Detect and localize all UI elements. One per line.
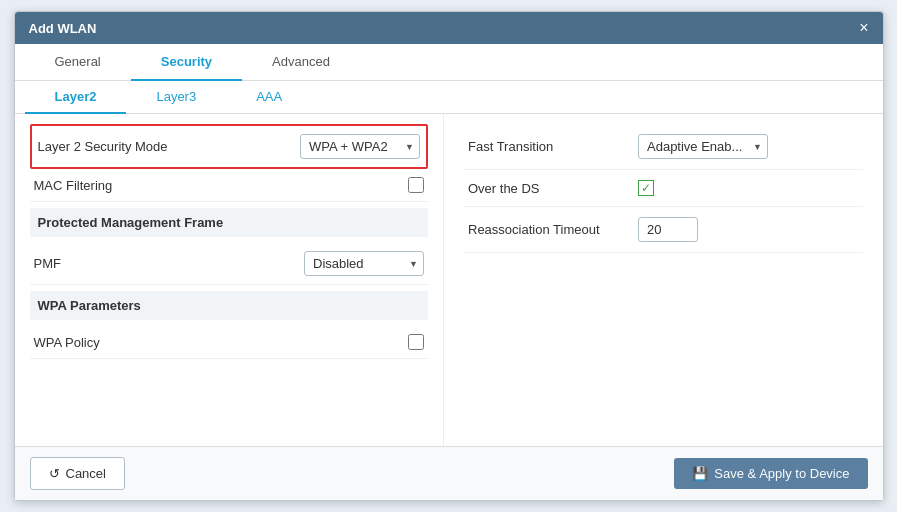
over-ds-checkbox[interactable]: ✓ — [638, 180, 654, 196]
security-mode-label: Layer 2 Security Mode — [38, 139, 301, 154]
mac-filtering-checkbox[interactable] — [408, 177, 424, 193]
left-panel: Layer 2 Security Mode WPA + WPA2 None WP… — [15, 114, 445, 446]
save-label: Save & Apply to Device — [714, 466, 849, 481]
close-button[interactable]: × — [859, 20, 868, 36]
sub-tab-layer2[interactable]: Layer2 — [25, 81, 127, 114]
modal-overlay: Add WLAN × General Security Advanced Lay… — [0, 0, 897, 512]
main-tabs: General Security Advanced — [15, 44, 883, 81]
wpa-policy-checkbox[interactable] — [408, 334, 424, 350]
pmf-select-wrapper: Disabled Optional Required — [304, 251, 424, 276]
wpa-policy-row: WPA Policy — [30, 326, 429, 359]
security-mode-select-wrapper: WPA + WPA2 None WPA2 WPA3 — [300, 134, 420, 159]
pmf-row: PMF Disabled Optional Required — [30, 243, 429, 285]
sub-tab-aaa[interactable]: AAA — [226, 81, 312, 114]
add-wlan-modal: Add WLAN × General Security Advanced Lay… — [14, 11, 884, 501]
fast-transition-label: Fast Transition — [468, 139, 638, 154]
fast-transition-select-wrapper: Adaptive Enab... Disabled Enable — [638, 134, 768, 159]
wpa-policy-label: WPA Policy — [34, 335, 409, 350]
cancel-button[interactable]: ↺ Cancel — [30, 457, 125, 490]
sub-tabs: Layer2 Layer3 AAA — [15, 81, 883, 114]
security-mode-select[interactable]: WPA + WPA2 None WPA2 WPA3 — [300, 134, 420, 159]
protected-frame-header: Protected Management Frame — [30, 208, 429, 237]
fast-transition-row: Fast Transition Adaptive Enab... Disable… — [464, 124, 863, 170]
tab-general[interactable]: General — [25, 44, 131, 81]
tab-advanced[interactable]: Advanced — [242, 44, 360, 81]
pmf-label: PMF — [34, 256, 305, 271]
cancel-label: Cancel — [66, 466, 106, 481]
reassociation-input[interactable] — [638, 217, 698, 242]
fast-transition-select[interactable]: Adaptive Enab... Disabled Enable — [638, 134, 768, 159]
mac-filtering-label: MAC Filtering — [34, 178, 409, 193]
tab-security[interactable]: Security — [131, 44, 242, 81]
over-ds-label: Over the DS — [468, 181, 638, 196]
modal-footer: ↺ Cancel 💾 Save & Apply to Device — [15, 446, 883, 500]
wpa-parameters-header: WPA Parameters — [30, 291, 429, 320]
modal-header: Add WLAN × — [15, 12, 883, 44]
save-button[interactable]: 💾 Save & Apply to Device — [674, 458, 867, 489]
sub-tab-layer3[interactable]: Layer3 — [126, 81, 226, 114]
reassociation-label: Reassociation Timeout — [468, 222, 638, 237]
pmf-select[interactable]: Disabled Optional Required — [304, 251, 424, 276]
security-mode-row: Layer 2 Security Mode WPA + WPA2 None WP… — [30, 124, 429, 169]
modal-body: Layer 2 Security Mode WPA + WPA2 None WP… — [15, 114, 883, 446]
cancel-icon: ↺ — [49, 466, 60, 481]
right-panel: Fast Transition Adaptive Enab... Disable… — [444, 114, 883, 446]
over-ds-row: Over the DS ✓ — [464, 170, 863, 207]
reassociation-row: Reassociation Timeout — [464, 207, 863, 253]
modal-title: Add WLAN — [29, 21, 97, 36]
mac-filtering-row: MAC Filtering — [30, 169, 429, 202]
save-icon: 💾 — [692, 466, 708, 481]
